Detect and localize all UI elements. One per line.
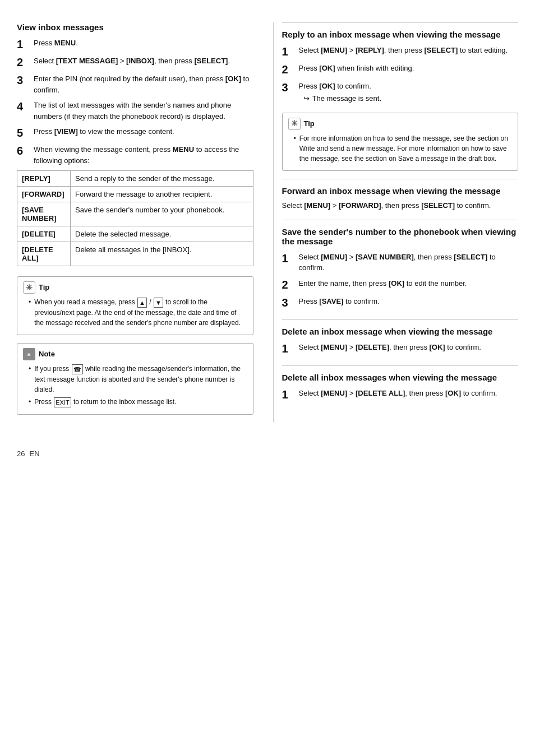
table-val: Delete all messages in the [INBOX].	[71, 242, 253, 266]
section-reply-title: Reply to an inbox message when viewing t…	[282, 22, 519, 39]
step-number: 1	[282, 252, 296, 265]
step-text: Enter the name, then press [OK] to edit …	[299, 278, 519, 289]
step-sub-text: The message is sent.	[312, 94, 382, 103]
left-column: View inbox messages 1 Press MENU. 2 Sele…	[17, 22, 262, 423]
step-item: 3 Press [OK] to confirm. ↪ The message i…	[282, 81, 519, 103]
step-text: Select [MENU] > [DELETE ALL], then press…	[299, 388, 519, 399]
step-number: 2	[17, 55, 30, 69]
step-item: 1 Select [MENU] > [REPLY], then press [S…	[282, 45, 519, 58]
page-number: 26	[17, 449, 25, 458]
section-delete-title: Delete an inbox message when viewing the…	[282, 319, 519, 336]
step-number: 1	[17, 38, 30, 51]
step-item: 3 Press [SAVE] to confirm.	[282, 296, 519, 309]
tip-title-2: ✳ Tip	[288, 118, 513, 130]
table-val: Forward the message to another recipient…	[71, 187, 253, 202]
section-forward-body: Select [MENU] > [FORWARD], then press [S…	[282, 201, 519, 210]
reply-steps: 1 Select [MENU] > [REPLY], then press [S…	[282, 45, 519, 103]
section-forward-title: Forward an inbox message when viewing th…	[282, 179, 519, 196]
section-save-number-title: Save the sender's number to the phoneboo…	[282, 220, 519, 246]
step-item: 2 Press [OK] when finish with editing.	[282, 63, 519, 76]
step-item: 1 Select [MENU] > [DELETE], then press […	[282, 342, 519, 355]
page-lang: EN	[29, 449, 39, 458]
step-text: Select [TEXT MESSAGE] > [INBOX], then pr…	[34, 55, 253, 67]
note-text-1: If you press ☎ while reading the message…	[34, 364, 247, 395]
table-key: [DELETE ALL]	[17, 242, 71, 266]
step-text: Press MENU.	[34, 38, 253, 49]
tip-text-1: When you read a message, press ▲ / ▼ to …	[34, 297, 247, 328]
step-text: Enter the PIN (not required by the defau…	[34, 73, 253, 95]
tip-box-2: ✳ Tip • For more information on how to s…	[282, 113, 519, 171]
step-text: The list of text messages with the sende…	[34, 100, 253, 122]
section-save-number: Save the sender's number to the phoneboo…	[282, 220, 519, 309]
step-number: 3	[17, 73, 30, 87]
step-number: 5	[17, 126, 30, 140]
note-title-1: ≡ Note	[23, 348, 247, 360]
step-text: Select [MENU] > [REPLY], then press [SEL…	[299, 45, 519, 56]
step-item: 5 Press [VIEW] to view the message conte…	[17, 126, 253, 140]
step-number: 1	[282, 342, 296, 355]
tip-label-1: Tip	[39, 282, 49, 293]
step-item: 1 Select [MENU] > [DELETE ALL], then pre…	[282, 388, 519, 401]
step-number: 3	[282, 81, 296, 94]
step-number: 1	[282, 388, 296, 401]
section-view-inbox: View inbox messages 1 Press MENU. 2 Sele…	[17, 22, 253, 266]
step-sub: ↪ The message is sent.	[303, 94, 382, 103]
step-number: 2	[282, 63, 296, 76]
step-number: 2	[282, 278, 296, 291]
bullet-dot: •	[29, 297, 31, 328]
step-number: 4	[17, 100, 30, 113]
step-item: 6 When viewing the message content, pres…	[17, 144, 253, 166]
step-number: 1	[282, 45, 296, 58]
delete-steps: 1 Select [MENU] > [DELETE], then press […	[282, 342, 519, 355]
section-delete-all: Delete all inbox messages when viewing t…	[282, 365, 519, 401]
note-icon-1: ≡	[23, 348, 35, 360]
step-text: Press [SAVE] to confirm.	[299, 296, 519, 307]
table-val: Delete the selected message.	[71, 226, 253, 242]
step-item: 1 Press MENU.	[17, 38, 253, 51]
note-bullet-2: • Press EXIT to return to the inbox mess…	[29, 397, 247, 407]
tip-icon-1: ✳	[23, 281, 35, 294]
step-item: 2 Select [TEXT MESSAGE] > [INBOX], then …	[17, 55, 253, 69]
view-inbox-steps: 1 Press MENU. 2 Select [TEXT MESSAGE] > …	[17, 38, 253, 166]
tip-icon-2: ✳	[288, 118, 301, 130]
step-text: Select [MENU] > [DELETE], then press [OK…	[299, 342, 519, 353]
step-text: Press [OK] to confirm.	[299, 82, 371, 90]
tip-title-1: ✳ Tip	[23, 281, 247, 294]
tip-bullet-2: • For more information on how to send th…	[294, 133, 513, 164]
save-number-steps: 1 Select [MENU] > [SAVE NUMBER], then pr…	[282, 252, 519, 309]
table-row: [DELETE ALL] Delete all messages in the …	[17, 242, 253, 266]
step-text: Select [MENU] > [SAVE NUMBER], then pres…	[299, 252, 519, 273]
note-label-1: Note	[39, 349, 55, 360]
section-reply: Reply to an inbox message when viewing t…	[282, 22, 519, 103]
step-item: 2 Enter the name, then press [OK] to edi…	[282, 278, 519, 291]
note-text-2: Press EXIT to return to the inbox messag…	[34, 397, 176, 407]
right-column: Reply to an inbox message when viewing t…	[273, 22, 519, 423]
bullet-dot: •	[29, 397, 31, 407]
table-row: [SAVE NUMBER] Save the sender's number t…	[17, 202, 253, 226]
table-row: [FORWARD] Forward the message to another…	[17, 187, 253, 202]
step-number: 3	[282, 296, 296, 309]
table-key: [REPLY]	[17, 171, 71, 186]
table-key: [DELETE]	[17, 226, 71, 242]
table-row: [DELETE] Delete the selected message.	[17, 226, 253, 242]
step-text: Press [OK] when finish with editing.	[299, 63, 519, 74]
step-item: 3 Enter the PIN (not required by the def…	[17, 73, 253, 95]
step-number: 6	[17, 144, 30, 157]
step-item: 4 The list of text messages with the sen…	[17, 100, 253, 122]
table-key: [FORWARD]	[17, 187, 71, 202]
step-text: When viewing the message content, press …	[34, 144, 253, 166]
tip-bullet-1: • When you read a message, press ▲ / ▼ t…	[29, 297, 247, 328]
step-item: 1 Select [MENU] > [SAVE NUMBER], then pr…	[282, 252, 519, 273]
table-val: Send a reply to the sender of the messag…	[71, 171, 253, 186]
tip-box-1: ✳ Tip • When you read a message, press ▲…	[17, 276, 253, 335]
table-val: Save the sender's number to your phonebo…	[71, 202, 253, 226]
delete-all-steps: 1 Select [MENU] > [DELETE ALL], then pre…	[282, 388, 519, 401]
table-row: [REPLY] Send a reply to the sender of th…	[17, 171, 253, 187]
note-bullet-1: • If you press ☎ while reading the messa…	[29, 364, 247, 395]
section-view-inbox-title: View inbox messages	[17, 22, 253, 32]
tip-label-2: Tip	[304, 118, 315, 129]
bullet-dot: •	[29, 364, 31, 395]
page-footer: 26 EN	[0, 445, 535, 462]
section-forward: Forward an inbox message when viewing th…	[282, 179, 519, 210]
section-delete-all-title: Delete all inbox messages when viewing t…	[282, 365, 519, 382]
